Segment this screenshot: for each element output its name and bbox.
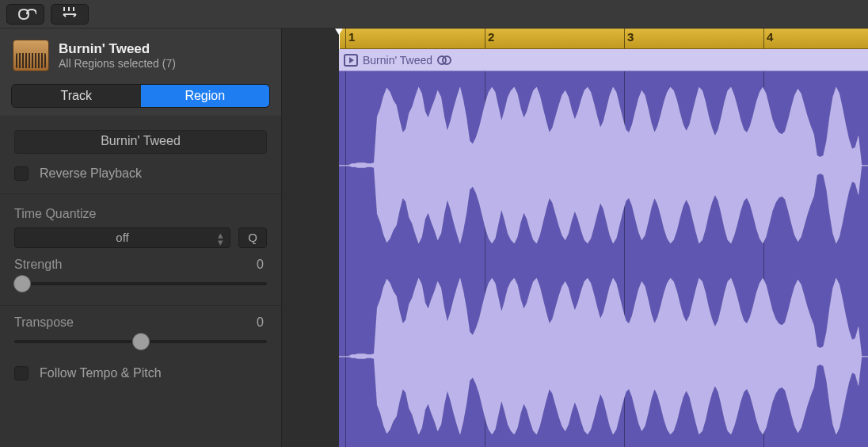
ruler-number: 3 <box>627 30 634 44</box>
edit-tool-button[interactable] <box>51 4 89 25</box>
amp-icon <box>13 40 49 71</box>
loop-tool-button[interactable] <box>6 4 44 25</box>
follow-tempo-row[interactable]: Follow Tempo & Pitch <box>0 358 281 388</box>
inspector-sidebar: Burnin' Tweed All Regions selected (7) T… <box>0 29 282 447</box>
follow-tempo-label: Follow Tempo & Pitch <box>40 366 162 380</box>
strength-label: Strength <box>14 258 62 272</box>
toolbar <box>0 0 868 29</box>
transpose-slider[interactable] <box>14 333 267 350</box>
ruler-number: 1 <box>348 30 355 44</box>
region-strip-title: Burnin' Tweed <box>363 54 432 67</box>
inspector-tabs: Track Region <box>11 84 270 108</box>
waveform-display[interactable]: 100500-50-100100500-50-100 <box>339 71 868 447</box>
amplitude-gutter <box>282 29 339 447</box>
chevron-updown-icon: ▴▾ <box>218 231 223 246</box>
ruler-number: 2 <box>488 30 494 44</box>
region-title: Burnin' Tweed <box>59 41 176 57</box>
transpose-value: 0 <box>257 315 264 330</box>
region-subtitle: All Regions selected (7) <box>59 57 176 70</box>
reverse-playback-row[interactable]: Reverse Playback <box>0 159 281 189</box>
strength-value: 0 <box>257 258 264 272</box>
waveform-channel <box>339 71 868 447</box>
play-icon <box>344 54 358 67</box>
tab-region[interactable]: Region <box>141 85 270 107</box>
stereo-icon <box>437 55 451 66</box>
reverse-label: Reverse Playback <box>40 166 142 181</box>
transpose-label: Transpose <box>14 315 74 330</box>
time-quantize-label: Time Quantize <box>14 207 96 221</box>
bar-ruler[interactable]: 12345 <box>339 29 868 49</box>
region-name-field[interactable]: Burnin' Tweed <box>14 130 267 154</box>
region-strip[interactable]: Burnin' Tweed <box>339 49 868 71</box>
audio-editor: 12345 Burnin' Tweed 100500-50-100100500-… <box>282 29 868 447</box>
playhead-icon[interactable] <box>339 29 340 49</box>
tab-track[interactable]: Track <box>12 85 141 107</box>
ruler-number: 4 <box>767 30 773 44</box>
reverse-checkbox[interactable] <box>14 166 29 181</box>
quantize-button[interactable]: Q <box>238 227 267 248</box>
strength-slider[interactable] <box>14 275 267 292</box>
follow-tempo-checkbox[interactable] <box>14 366 29 380</box>
time-quantize-select[interactable]: off ▴▾ <box>14 227 230 248</box>
